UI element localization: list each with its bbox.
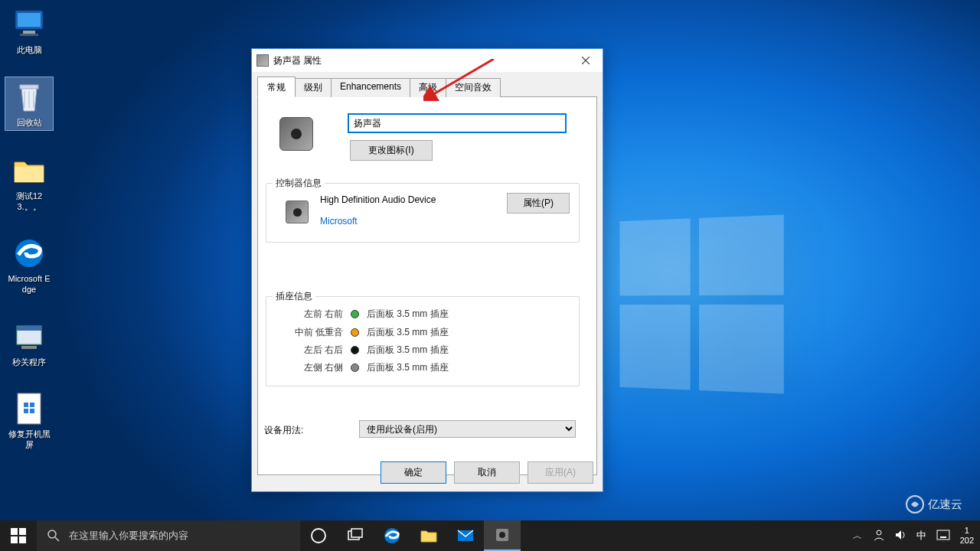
jack-label: 左侧 右侧 [283, 361, 343, 374]
desktop-icon-label: 修复开机黑屏 [6, 429, 52, 451]
controller-icon [286, 201, 309, 223]
desktop-icon-label: 秒关程序 [6, 357, 52, 367]
clock-time: 1 [960, 526, 974, 536]
svg-rect-12 [24, 409, 28, 413]
search-icon [47, 530, 60, 542]
tray-keyboard-icon[interactable] [933, 530, 954, 543]
windows-icon [9, 527, 28, 545]
jack-color-indicator-icon [351, 346, 359, 354]
tray-ime-indicator[interactable]: 中 [911, 529, 933, 543]
tab-strip: 常规 级别 Enhancements 高级 空间音效 [257, 78, 597, 97]
tab-general[interactable]: 常规 [257, 77, 296, 97]
general-panel: 更改图标(I) 控制器信息 High Definition Audio Devi… [257, 96, 597, 475]
svg-rect-18 [19, 528, 26, 535]
svg-rect-3 [20, 34, 38, 36]
close-button[interactable] [569, 49, 603, 72]
change-icon-button[interactable]: 更改图标(I) [350, 140, 433, 161]
jack-row: 左前 右前 后面板 3.5 mm 插座 [283, 308, 449, 321]
svg-rect-25 [351, 529, 362, 537]
speaker-app-icon [493, 526, 511, 544]
tray-people-icon[interactable] [868, 529, 890, 543]
controller-info-group: 控制器信息 High Definition Audio Device Micro… [266, 183, 580, 243]
svg-point-21 [48, 530, 56, 538]
tab-spatial[interactable]: 空间音效 [446, 78, 501, 97]
svg-rect-19 [11, 536, 18, 543]
svg-rect-1 [18, 13, 41, 27]
desktop-icon-app2[interactable]: 修复开机黑屏 [5, 389, 54, 452]
jack-info-group: 插座信息 左前 右前 后面板 3.5 mm 插座 中前 低重音 后面板 3.5 … [266, 296, 580, 386]
device-usage-label: 设备用法: [264, 424, 303, 437]
jack-desc: 后面板 3.5 mm 插座 [367, 344, 449, 357]
tab-levels[interactable]: 级别 [295, 78, 332, 97]
svg-line-22 [55, 537, 59, 541]
svg-rect-20 [19, 536, 26, 543]
jack-desc: 后面板 3.5 mm 插座 [367, 361, 449, 374]
controller-name: High Definition Audio Device [320, 194, 436, 205]
desktop-icon-app1[interactable]: 秒关程序 [5, 317, 54, 369]
svg-point-23 [312, 529, 325, 543]
task-view-button[interactable] [337, 520, 374, 551]
taskbar-app-mail[interactable] [447, 520, 484, 551]
device-icon [279, 117, 313, 151]
windows-logo [619, 214, 783, 393]
clock-date: 202 [960, 536, 974, 546]
tray-volume-icon[interactable] [890, 529, 911, 543]
svg-point-30 [877, 530, 881, 535]
svg-rect-2 [23, 31, 35, 34]
tray-clock[interactable]: 1 202 [954, 523, 980, 549]
speaker-properties-dialog: 扬声器 属性 常规 级别 Enhancements 高级 空间音效 更改图标(I… [251, 48, 603, 492]
svg-rect-17 [11, 528, 18, 535]
cortana-button[interactable] [300, 520, 337, 551]
jack-label: 左后 右后 [283, 344, 343, 357]
tray-chevron-up-icon[interactable]: ︿ [847, 530, 868, 543]
watermark-logo: 亿速云 [903, 493, 977, 519]
desktop-icon-label: 测试123.。。 [6, 191, 52, 213]
jack-desc: 后面板 3.5 mm 插座 [367, 308, 449, 321]
svg-rect-10 [24, 403, 28, 407]
desktop-icon-label: 回收站 [7, 117, 51, 128]
jack-legend: 插座信息 [273, 290, 315, 303]
search-input[interactable]: 在这里输入你要搜索的内容 [37, 520, 300, 551]
search-placeholder: 在这里输入你要搜索的内容 [69, 529, 188, 543]
desktop-icons-column: 此电脑 回收站 测试123.。。 Microsoft Edge 秒关程序 修复开… [5, 5, 66, 472]
ok-button[interactable]: 确定 [381, 461, 446, 484]
speaker-icon [256, 54, 269, 67]
desktop-icon-folder[interactable]: 测试123.。。 [5, 151, 54, 214]
cancel-button[interactable]: 取消 [454, 461, 520, 484]
apply-button[interactable]: 应用(A) [528, 461, 593, 484]
taskbar-app-edge[interactable] [374, 520, 410, 551]
controller-properties-button[interactable]: 属性(P) [507, 193, 570, 214]
jack-row: 中前 低重音 后面板 3.5 mm 插座 [283, 326, 449, 339]
device-name-input[interactable] [348, 114, 566, 132]
system-tray: ︿ 中 1 202 [847, 520, 980, 551]
taskbar-app-explorer[interactable] [410, 520, 447, 551]
window-title: 扬声器 属性 [273, 54, 569, 67]
device-usage-select[interactable]: 使用此设备(启用) [359, 420, 576, 438]
jack-label: 左前 右前 [283, 308, 343, 321]
jack-row: 左后 右后 后面板 3.5 mm 插座 [283, 344, 449, 357]
tab-advanced[interactable]: 高级 [410, 78, 446, 97]
close-icon [582, 57, 590, 64]
desktop-icon-edge[interactable]: Microsoft Edge [5, 233, 54, 297]
jack-desc: 后面板 3.5 mm 插座 [367, 326, 449, 339]
circle-icon [309, 527, 328, 545]
jack-color-indicator-icon [351, 328, 359, 337]
start-button[interactable] [0, 520, 37, 551]
jack-label: 中前 低重音 [283, 326, 343, 339]
titlebar[interactable]: 扬声器 属性 [252, 49, 603, 72]
jack-color-indicator-icon [351, 364, 359, 372]
folder-icon [420, 527, 438, 545]
desktop-icon-recycle-bin[interactable]: 回收站 [5, 77, 54, 130]
controller-vendor-link[interactable]: Microsoft [320, 216, 358, 227]
svg-rect-11 [30, 403, 34, 407]
jack-color-indicator-icon [351, 310, 359, 318]
svg-rect-31 [937, 530, 949, 540]
edge-icon [383, 527, 401, 545]
desktop-icon-label: Microsoft Edge [6, 273, 52, 295]
svg-rect-4 [20, 85, 38, 89]
mail-icon [456, 527, 475, 545]
taskbar-app-sound[interactable] [484, 520, 521, 551]
tab-enhancements[interactable]: Enhancements [331, 78, 410, 97]
dialog-buttons: 确定 取消 应用(A) [381, 461, 593, 484]
desktop-icon-this-pc[interactable]: 此电脑 [5, 5, 54, 57]
